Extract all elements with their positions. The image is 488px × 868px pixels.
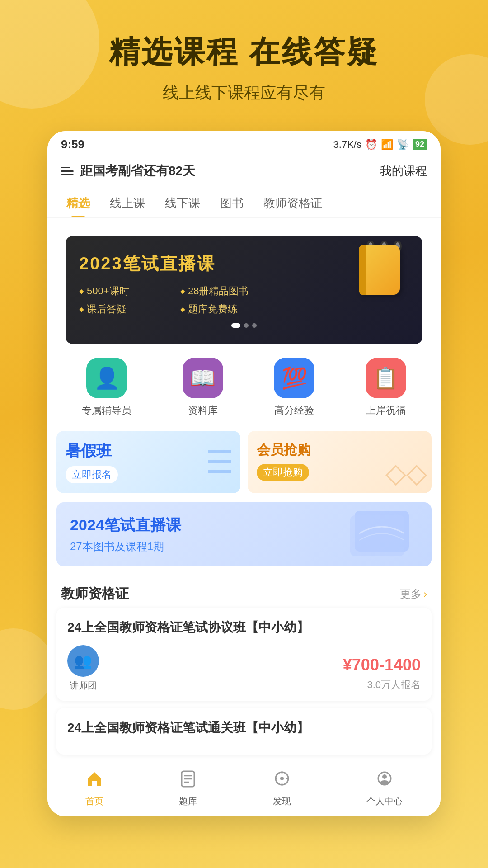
bottom-nav-discover[interactable]: 发现 (273, 769, 291, 807)
nav-title: 距国考副省还有82天 (80, 162, 195, 179)
tab-books[interactable]: 图书 (210, 189, 253, 217)
section-more-button[interactable]: 更多 › (400, 587, 427, 601)
home-label: 首页 (85, 795, 103, 807)
battery-icon: 92 (413, 139, 427, 150)
status-bar: 9:59 3.7K/s ⏰ 📶 📡 92 (47, 131, 441, 155)
bottom-nav: 首页 题库 (47, 762, 441, 816)
banner-feature-1: 500+课时 (79, 284, 176, 298)
summer-deco: ☰ (206, 443, 234, 481)
summer-class-card[interactable]: 暑假班 立即报名 ☰ (56, 431, 240, 493)
member-deco: ◇◇ (385, 457, 427, 489)
status-time: 9:59 (61, 137, 84, 151)
svg-rect-1 (350, 515, 404, 556)
experience-icon: 💯 (282, 366, 307, 390)
summer-class-cta[interactable]: 立即报名 (66, 466, 118, 483)
my-courses-button[interactable]: 我的课程 (380, 163, 427, 179)
svg-point-13 (382, 774, 387, 779)
page-subtitle: 线上线下课程应有尽有 (18, 82, 470, 104)
quick-icon-tutor[interactable]: 👤 专属辅导员 (82, 358, 131, 417)
bg-decoration-bl (0, 628, 54, 710)
bottom-nav-profile[interactable]: 个人中心 (366, 769, 403, 807)
banner-book-decoration (359, 245, 409, 304)
bottom-nav-question-bank[interactable]: 题库 (179, 769, 197, 807)
hamburger-icon[interactable] (61, 167, 74, 175)
quick-icon-library[interactable]: 📖 资料库 (183, 358, 223, 417)
nav-left: 距国考副省还有82天 (61, 162, 195, 179)
wifi-icon: 📡 (397, 139, 409, 151)
section-title: 教师资格证 (61, 585, 129, 603)
tutor-icon-circle: 👤 (86, 358, 127, 398)
question-bank-label: 题库 (179, 795, 197, 807)
promo-decoration (346, 506, 418, 562)
signal-icon: 📶 (381, 139, 393, 151)
tutor-label: 专属辅导员 (82, 404, 131, 417)
course-pricing-1: ¥700-1400 3.0万人报名 (343, 656, 421, 692)
tab-featured[interactable]: 精选 (56, 189, 100, 217)
member-cta[interactable]: 立即抢购 (257, 464, 309, 481)
course-card-2[interactable]: 24上全国教师资格证笔试通关班【中小幼】 (56, 708, 432, 755)
tab-teacher-cert[interactable]: 教师资格证 (253, 189, 332, 217)
experience-label: 高分经验 (274, 404, 314, 417)
member-purchase-card[interactable]: 会员抢购 立即抢购 ◇◇ (248, 431, 432, 493)
library-icon-circle: 📖 (183, 358, 223, 398)
network-speed: 3.7K/s (333, 139, 361, 151)
section-header-teacher-cert: 教师资格证 更多 › (47, 576, 441, 608)
member-title: 会员抢购 (257, 441, 422, 459)
experience-icon-circle: 💯 (274, 358, 314, 398)
svg-point-7 (280, 777, 284, 780)
profile-icon (375, 769, 394, 792)
cards-row: 暑假班 立即报名 ☰ 会员抢购 立即抢购 ◇◇ (47, 422, 441, 502)
quick-icon-experience[interactable]: 💯 高分经验 (274, 358, 314, 417)
quick-icons-section: 👤 专属辅导员 📖 资料库 💯 高分经验 📋 上岸祝福 (47, 344, 441, 422)
discover-icon (273, 769, 291, 792)
alarm-icon: ⏰ (365, 139, 377, 151)
course-card-1[interactable]: 24上全国教师资格证笔试协议班【中小幼】 👥 讲师团 ¥700-1400 3.0… (56, 608, 432, 701)
banner-feature-3: 课后答疑 (79, 302, 176, 316)
main-banner[interactable]: 2023笔试直播课 500+课时 28册精品图书 课后答疑 题库免费练 (66, 236, 422, 344)
teacher-label-1: 讲师团 (70, 679, 97, 692)
blessing-icon: 📋 (373, 366, 399, 390)
course-title-2: 24上全国教师资格证笔试通关班【中小幼】 (67, 719, 421, 736)
banner-features: 500+课时 28册精品图书 课后答疑 题库免费练 (79, 284, 277, 316)
question-bank-icon (179, 769, 197, 792)
course-title-1: 24上全国教师资格证笔试协议班【中小幼】 (67, 618, 421, 636)
home-icon (85, 769, 103, 792)
bottom-nav-home[interactable]: 首页 (85, 769, 103, 807)
library-icon: 📖 (190, 366, 216, 390)
discover-label: 发现 (273, 795, 291, 807)
banner-feature-2: 28册精品图书 (180, 284, 277, 298)
banner-feature-4: 题库免费练 (180, 302, 277, 316)
course-footer-1: 👥 讲师团 ¥700-1400 3.0万人报名 (67, 645, 421, 692)
tab-offline[interactable]: 线下课 (155, 189, 210, 217)
teacher-avatar-1: 👥 (67, 645, 99, 677)
phone-frame: 9:59 3.7K/s ⏰ 📶 📡 92 距国考副省还有82天 我的课程 精选 (47, 131, 441, 816)
teacher-info-1: 👥 讲师团 (67, 645, 99, 692)
blessing-icon-circle: 📋 (366, 358, 406, 398)
banner-dots (79, 323, 409, 328)
chevron-right-icon: › (423, 588, 427, 600)
blessing-label: 上岸祝福 (366, 404, 406, 417)
tutor-icon: 👤 (94, 366, 120, 390)
nav-bar: 距国考副省还有82天 我的课程 (47, 155, 441, 184)
status-icons: 3.7K/s ⏰ 📶 📡 92 (333, 139, 427, 151)
tab-online[interactable]: 线上课 (100, 189, 155, 217)
quick-icon-blessing[interactable]: 📋 上岸祝福 (366, 358, 406, 417)
course-price-1: ¥700-1400 (343, 656, 421, 675)
tabs-bar: 精选 线上课 线下课 图书 教师资格证 (47, 184, 441, 218)
course-enrolls-1: 3.0万人报名 (343, 678, 421, 692)
library-label: 资料库 (188, 404, 218, 417)
promo-banner[interactable]: 2024笔试直播课 27本图书及课程1期 (56, 502, 432, 566)
profile-label: 个人中心 (366, 795, 403, 807)
